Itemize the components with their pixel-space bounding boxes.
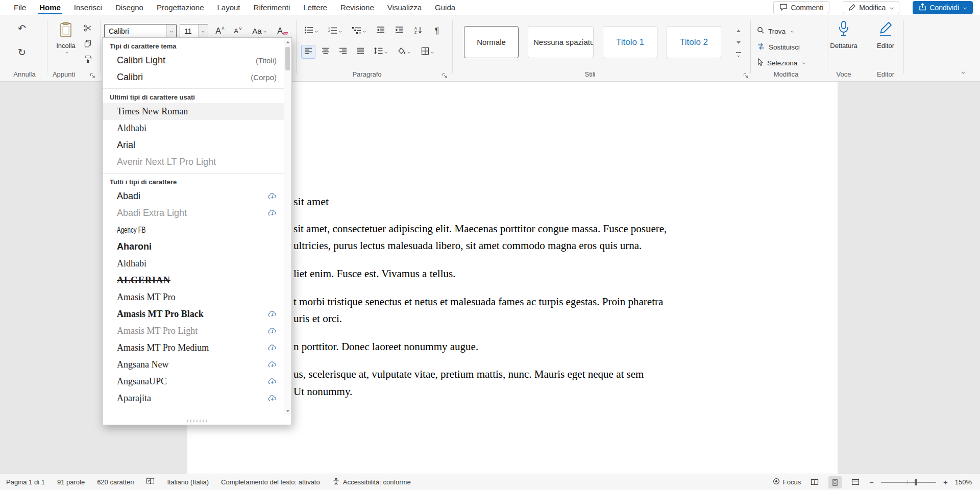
change-case-button[interactable]: Aa — [248, 24, 271, 38]
select-button[interactable]: Seleziona — [757, 57, 805, 69]
scroll-up-arrow[interactable] — [284, 38, 291, 46]
scroll-down-arrow[interactable] — [284, 407, 291, 415]
decrease-indent-button[interactable] — [373, 24, 387, 38]
clipboard-dialog-launcher[interactable] — [90, 71, 96, 78]
font-option-agency-fb[interactable]: Agency FB — [103, 222, 284, 238]
font-option-arial[interactable]: Arial — [103, 137, 284, 154]
zoom-level[interactable]: 150% — [955, 478, 972, 486]
bullet-list-button[interactable] — [301, 24, 321, 38]
show-formatting-marks-button[interactable]: ¶ — [430, 24, 444, 38]
style-nessuna-spaziatura[interactable]: Nessuna spaziatura — [528, 26, 594, 58]
print-layout-button[interactable] — [828, 476, 842, 488]
borders-button[interactable] — [418, 45, 437, 59]
font-option-label: Calibri — [117, 72, 143, 83]
grow-font-button[interactable]: A˄ — [212, 24, 228, 38]
font-option-angsana-new[interactable]: Angsana New — [103, 356, 284, 373]
font-option-amasis-mt-pro-black[interactable]: Amasis MT Pro Black — [103, 306, 284, 323]
page-indicator[interactable]: Pagina 1 di 1 — [6, 478, 45, 486]
menu-tab-file[interactable]: File — [7, 0, 33, 15]
dictate-button[interactable]: Dettatura — [829, 19, 859, 67]
focus-button[interactable]: Focus — [773, 478, 801, 486]
zoom-out-button[interactable]: − — [869, 478, 874, 486]
font-option-amasis-mt-pro[interactable]: Amasis MT Pro — [103, 289, 284, 306]
share-button[interactable]: Condividi — [913, 1, 973, 14]
font-size-dropdown-arrow[interactable] — [198, 24, 208, 37]
redo-button[interactable]: ↻ — [14, 45, 30, 59]
font-size-combo[interactable]: 11 — [180, 24, 208, 38]
font-name-combo[interactable]: Calibri — [104, 24, 177, 38]
paste-button[interactable]: Incolla — [52, 19, 80, 67]
font-option-abadi-extra-light[interactable]: Abadi Extra Light — [103, 205, 284, 222]
style-normale[interactable]: Normale — [464, 26, 519, 58]
align-center-button[interactable] — [318, 45, 333, 59]
justify-button[interactable] — [353, 45, 368, 59]
menu-tab-disegno[interactable]: Disegno — [109, 0, 150, 15]
font-option-angsanaupc[interactable]: AngsanaUPC — [103, 373, 284, 390]
font-option-aharoni[interactable]: Aharoni — [103, 238, 284, 255]
read-mode-button[interactable] — [808, 476, 821, 488]
clear-formatting-button[interactable]: A — [274, 24, 291, 38]
zoom-slider[interactable] — [881, 477, 936, 487]
comments-button[interactable]: Commenti — [773, 1, 829, 14]
font-name-dropdown-arrow[interactable] — [166, 24, 176, 37]
font-option-calibri[interactable]: Calibri(Corpo) — [103, 69, 284, 86]
cut-button[interactable] — [82, 23, 94, 35]
find-button[interactable]: Trova — [757, 25, 794, 37]
menu-tab-visualizza[interactable]: Visualizza — [381, 0, 428, 15]
menu-tab-guida[interactable]: Guida — [428, 0, 462, 15]
web-layout-button[interactable] — [849, 476, 862, 488]
font-option-abadi[interactable]: Abadi — [103, 188, 284, 205]
align-left-button[interactable] — [301, 45, 315, 59]
menu-right-actions: Commenti Modifica Condividi — [773, 1, 973, 14]
editing-mode-button[interactable]: Modifica — [843, 1, 899, 14]
style-titolo-2[interactable]: Titolo 2 — [667, 26, 721, 58]
font-option-times-new-roman[interactable]: Times New Roman — [103, 103, 284, 120]
font-option-amasis-mt-pro-medium[interactable]: Amasis MT Pro Medium — [103, 339, 284, 356]
copy-button[interactable] — [82, 39, 94, 50]
editor-button[interactable]: Editor — [871, 19, 900, 67]
font-option-amasis-mt-pro-light[interactable]: Amasis MT Pro Light — [103, 323, 284, 339]
zoom-slider-handle[interactable] — [915, 479, 917, 485]
menu-tab-lettere[interactable]: Lettere — [297, 0, 334, 15]
scrollbar-thumb[interactable] — [285, 47, 290, 70]
font-option-calibri-light[interactable]: Calibri Light(Titoli) — [103, 52, 284, 69]
font-list-scrollbar[interactable] — [284, 38, 291, 415]
zoom-in-button[interactable]: + — [943, 478, 948, 486]
styles-dialog-launcher[interactable] — [743, 71, 750, 78]
sort-button[interactable]: AZ — [411, 24, 425, 38]
menu-tab-inserisci[interactable]: Inserisci — [67, 0, 109, 15]
paragraph-dialog-launcher[interactable] — [442, 71, 449, 78]
accessibility-status[interactable]: Accessibilità: conforme — [332, 478, 411, 487]
font-option-aldhabi[interactable]: Aldhabi — [103, 255, 284, 272]
styles-scroll-up-button[interactable] — [733, 26, 744, 36]
increase-indent-button[interactable] — [392, 24, 406, 38]
font-option-aldhabi[interactable]: Aldhabi — [103, 120, 284, 137]
styles-gallery-expand-button[interactable] — [733, 50, 744, 59]
menu-tab-layout[interactable]: Layout — [211, 0, 247, 15]
dropdown-resize-grip[interactable] — [103, 419, 291, 423]
font-option-avenir-next-lt-pro-light[interactable]: Avenir Next LT Pro Light — [103, 154, 284, 170]
proofing-status[interactable] — [146, 478, 155, 486]
word-count[interactable]: 91 parole — [57, 478, 85, 486]
replace-button[interactable]: Sostituisci — [757, 41, 800, 53]
font-option-algerian[interactable]: ALGERIAN — [103, 272, 284, 289]
line-spacing-button[interactable] — [371, 45, 390, 59]
multilevel-list-button[interactable] — [349, 24, 369, 38]
numbered-list-button[interactable]: 12 — [325, 24, 345, 38]
font-option-aparajita[interactable]: Aparajita — [103, 390, 284, 407]
menu-tab-riferimenti[interactable]: Riferimenti — [247, 0, 297, 15]
collapse-ribbon-button[interactable] — [957, 66, 970, 78]
style-titolo-1[interactable]: Titolo 1 — [603, 26, 657, 58]
language-indicator[interactable]: Italiano (Italia) — [167, 478, 209, 486]
text-prediction-status[interactable]: Completamento del testo: attivato — [221, 478, 320, 486]
align-right-button[interactable] — [336, 45, 350, 59]
char-count[interactable]: 620 caratteri — [97, 478, 134, 486]
shading-button[interactable] — [394, 45, 413, 59]
menu-tab-home[interactable]: Home — [33, 0, 67, 15]
menu-tab-progettazione[interactable]: Progettazione — [150, 0, 211, 15]
undo-button[interactable]: ↶ — [14, 21, 30, 35]
styles-scroll-down-button[interactable] — [733, 38, 744, 47]
menu-tab-revisione[interactable]: Revisione — [334, 0, 381, 15]
format-painter-button[interactable] — [82, 54, 94, 65]
shrink-font-button[interactable]: A˅ — [230, 24, 246, 38]
